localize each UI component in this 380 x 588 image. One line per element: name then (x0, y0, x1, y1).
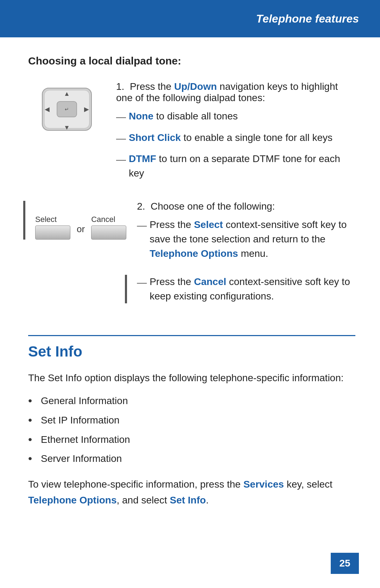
bullet-dtmf: — DTMF to turn on a separate DTMF tone f… (116, 152, 355, 180)
set-info-description: The Set Info option displays the followi… (28, 371, 355, 385)
svg-text:↵: ↵ (65, 106, 69, 112)
bullet-ethernet-info: • Ethernet Information (28, 433, 355, 447)
bullet-select-key: — Press the Select context-sensitive sof… (137, 218, 355, 261)
page-number: 25 (331, 553, 359, 574)
main-content: Choosing a local dialpad tone: ↵ ▲ ▼ ◀ ▶ (0, 37, 380, 526)
up-down-highlight: Up/Down (174, 81, 217, 92)
bullet-general-info: • General Information (28, 394, 355, 408)
step2-content: 2. Choose one of the following: — Press … (126, 201, 355, 317)
vertical-bar2 (125, 275, 127, 303)
bullet-none: — None to disable all tones (116, 109, 355, 124)
set-info-footer: To view telephone-specific information, … (28, 477, 355, 508)
set-info-highlight: Set Info (170, 495, 206, 506)
select-label: Select (35, 215, 57, 224)
vertical-bar-indicator (23, 201, 25, 240)
dtmf-highlight: DTMF (129, 153, 156, 164)
svg-text:◀: ◀ (45, 106, 50, 113)
cancel-highlight: Cancel (194, 276, 226, 287)
bullet-server-info: • Server Information (28, 452, 355, 466)
bullet-short-click: — Short Click to enable a single tone fo… (116, 131, 355, 146)
bullet-ip-info: • Set IP Information (28, 413, 355, 428)
step1-row: ↵ ▲ ▼ ◀ ▶ 1. Press the Up/Down navigatio… (28, 81, 355, 187)
svg-text:▶: ▶ (84, 106, 89, 113)
set-info-title: Set Info (28, 343, 355, 360)
cancel-key-group: Cancel (91, 215, 126, 240)
services-highlight: Services (243, 479, 284, 490)
soft-keys-display: Select or Cancel (28, 211, 126, 240)
set-info-section: Set Info The Set Info option displays th… (28, 335, 355, 508)
step2-bullet-list: — Press the Select context-sensitive sof… (137, 218, 355, 303)
step2-number: 2. Choose one of the following: (137, 201, 355, 212)
step2-image-area: Select or Cancel (28, 201, 126, 240)
cancel-label: Cancel (91, 215, 115, 224)
short-click-highlight: Short Click (129, 132, 181, 143)
step1-bullet-list: — None to disable all tones — Short Clic… (116, 109, 355, 180)
or-text: or (77, 220, 85, 235)
svg-text:▲: ▲ (64, 90, 70, 97)
section-heading: Choosing a local dialpad tone: (28, 55, 355, 67)
telephone-options-highlight2: Telephone Options (28, 495, 116, 506)
header-bar: Telephone features (0, 0, 380, 37)
svg-text:▼: ▼ (64, 124, 70, 131)
bullet-cancel-key: — Press the Cancel context-sensitive sof… (137, 275, 355, 303)
step1-content: 1. Press the Up/Down navigation keys to … (106, 81, 355, 187)
header-title: Telephone features (256, 12, 359, 25)
select-button[interactable] (35, 225, 70, 240)
select-highlight: Select (194, 219, 223, 230)
step1-number: 1. Press the Up/Down navigation keys to … (116, 81, 355, 104)
set-info-bullet-list: • General Information • Set IP Informati… (28, 394, 355, 466)
cancel-button[interactable] (91, 225, 126, 240)
nav-key-image: ↵ ▲ ▼ ◀ ▶ (28, 81, 106, 134)
step2-row: Select or Cancel 2. Choose one of the fo… (28, 201, 355, 317)
telephone-options-highlight1: Telephone Options (150, 248, 238, 259)
select-key-group: Select (35, 215, 70, 240)
none-highlight: None (129, 111, 153, 122)
